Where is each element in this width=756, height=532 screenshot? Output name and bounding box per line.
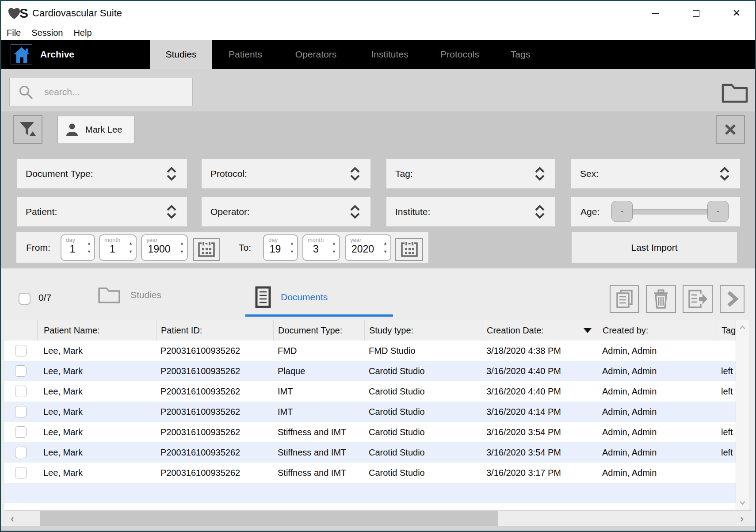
to-month-spinner[interactable]: month 3 ▲▼ [302, 234, 340, 261]
from-year-spinner[interactable]: year 1900 ▲▼ [141, 234, 188, 261]
from-day-spinner[interactable]: day 1 ▲▼ [61, 234, 95, 261]
home-button[interactable] [11, 44, 32, 65]
table-row[interactable]: Lee, Mark P200316100935262 IMT Carotid S… [4, 381, 749, 402]
dropdown-operator[interactable]: Operator: [202, 197, 370, 226]
select-all-checkbox[interactable] [19, 293, 31, 305]
cell-patient-id: P200316100935262 [156, 442, 273, 463]
clear-filters-button[interactable] [716, 115, 745, 144]
results-tab-label: Studies [130, 290, 161, 300]
results-tab-documents[interactable]: Documents [255, 286, 328, 308]
spin-down-icon[interactable]: ▼ [290, 250, 294, 254]
nav-tab-patients[interactable]: Patients [220, 40, 271, 69]
row-checkbox[interactable] [15, 447, 27, 458]
menu-file[interactable]: File [7, 28, 21, 38]
minimize-button[interactable] [650, 8, 661, 19]
spin-down-icon[interactable]: ▼ [383, 250, 387, 254]
header-created-by[interactable]: Created by: [598, 320, 717, 341]
dropdown-document-type[interactable]: Document Type: [17, 159, 187, 188]
spin-up-icon[interactable]: ▲ [180, 241, 184, 245]
dropdown-tag[interactable]: Tag: [386, 159, 555, 188]
spin-down-icon[interactable]: ▼ [332, 250, 336, 254]
horizontal-scrollbar[interactable]: ‹ › [4, 510, 752, 526]
home-icon [12, 46, 31, 64]
from-month-spinner[interactable]: month 1 ▲▼ [99, 234, 137, 261]
row-checkbox[interactable] [15, 467, 27, 478]
age-slider-track[interactable] [622, 209, 707, 214]
row-checkbox[interactable] [15, 426, 27, 438]
search-input[interactable] [44, 87, 177, 97]
age-max-handle[interactable]: - [707, 201, 729, 222]
scroll-up-icon[interactable] [739, 324, 746, 332]
open-folder-button[interactable] [720, 81, 749, 104]
cell-created-by: Admin, Admin [598, 361, 717, 381]
scroll-down-icon[interactable] [739, 499, 746, 507]
spin-up-icon[interactable]: ▲ [383, 241, 387, 245]
row-checkbox[interactable] [15, 406, 27, 417]
results-tab-studies[interactable]: Studies [98, 286, 161, 304]
nav-tab-protocols[interactable]: Protocols [434, 40, 485, 69]
document-icon [255, 286, 271, 308]
vertical-scrollbar[interactable] [736, 320, 749, 510]
close-button[interactable]: ✕ [731, 8, 742, 19]
table-row[interactable]: Lee, Mark P200316100935262 Plaque Caroti… [4, 361, 749, 381]
cell-study-type: Carotid Studio [364, 381, 482, 402]
table-row[interactable]: Lee, Mark P200316100935262 Stiffness and… [4, 442, 749, 463]
dropdown-protocol[interactable]: Protocol: [202, 159, 370, 188]
spin-down-icon[interactable]: ▼ [180, 250, 184, 254]
search-icon [18, 84, 34, 100]
spin-up-icon[interactable]: ▲ [129, 241, 133, 245]
patient-filter-chip-label: Mark Lee [85, 125, 122, 135]
age-filter: Age: - - [571, 197, 740, 226]
menu-help[interactable]: Help [73, 28, 92, 38]
scroll-left-icon[interactable]: ‹ [11, 513, 14, 525]
filter-button[interactable] [13, 115, 42, 144]
spin-up-icon[interactable]: ▲ [290, 241, 294, 245]
row-checkbox[interactable] [15, 365, 27, 377]
horizontal-scrollbar-thumb[interactable] [40, 511, 498, 526]
nav-bar: Archive Studies Patients Operators Insti… [1, 40, 755, 69]
dropdown-institute[interactable]: Institute: [386, 197, 555, 226]
table-row[interactable]: Lee, Mark P200316100935262 IMT Carotid S… [4, 402, 749, 422]
dropdown-patient[interactable]: Patient: [17, 197, 187, 226]
to-calendar-button[interactable] [395, 238, 423, 261]
cell-creation-date: 3/16/2020 3:54 PM [482, 442, 598, 463]
close-x-icon [723, 122, 737, 137]
spinner-value: 1900 [142, 243, 176, 255]
nav-tab-operators[interactable]: Operators [288, 40, 344, 69]
header-study-type[interactable]: Study type: [364, 320, 482, 341]
header-creation-date[interactable]: Creation Date: [482, 320, 598, 341]
spin-down-icon[interactable]: ▼ [129, 250, 133, 254]
scroll-right-icon[interactable]: › [740, 513, 744, 525]
to-year-spinner[interactable]: year 2020 ▲▼ [345, 234, 391, 261]
results-panel: 0/7 Studies Documents [1, 268, 755, 531]
copy-documents-button[interactable] [610, 285, 639, 313]
nav-tab-studies[interactable]: Studies [150, 40, 212, 69]
row-checkbox[interactable] [15, 386, 27, 397]
from-calendar-button[interactable] [193, 238, 220, 261]
spinner-value: 19 [264, 243, 286, 255]
header-document-type[interactable]: Document Type: [273, 320, 364, 341]
next-page-button[interactable] [720, 285, 745, 313]
table-row[interactable]: Lee, Mark P200316100935262 FMD FMD Studi… [4, 341, 749, 361]
spin-down-icon[interactable]: ▼ [87, 250, 91, 254]
spinner-caption: year [350, 237, 361, 243]
dropdown-sex[interactable]: Sex: [571, 159, 740, 188]
maximize-button[interactable] [691, 8, 701, 19]
spin-up-icon[interactable]: ▲ [332, 241, 336, 245]
header-patient-name[interactable]: Patient Name: [37, 320, 156, 341]
last-import-button[interactable]: Last Import [572, 232, 737, 263]
table-row[interactable]: Lee, Mark P200316100935262 Stiffness and… [4, 422, 749, 442]
delete-button[interactable] [646, 285, 676, 313]
to-day-spinner[interactable]: day 19 ▲▼ [263, 234, 298, 261]
patient-filter-chip[interactable]: Mark Lee [57, 116, 134, 143]
row-checkbox[interactable] [15, 345, 27, 356]
table-row[interactable]: Lee, Mark P200316100935262 Stiffness and… [4, 463, 749, 483]
spin-up-icon[interactable]: ▲ [87, 241, 91, 245]
menu-session[interactable]: Session [31, 28, 63, 38]
age-min-handle[interactable]: - [611, 201, 633, 222]
nav-tab-institutes[interactable]: Institutes [364, 40, 415, 69]
cell-study-type: Carotid Studio [364, 361, 482, 381]
nav-tab-tags[interactable]: Tags [505, 40, 535, 69]
export-button[interactable] [683, 285, 713, 313]
header-patient-id[interactable]: Patient ID: [156, 320, 273, 341]
